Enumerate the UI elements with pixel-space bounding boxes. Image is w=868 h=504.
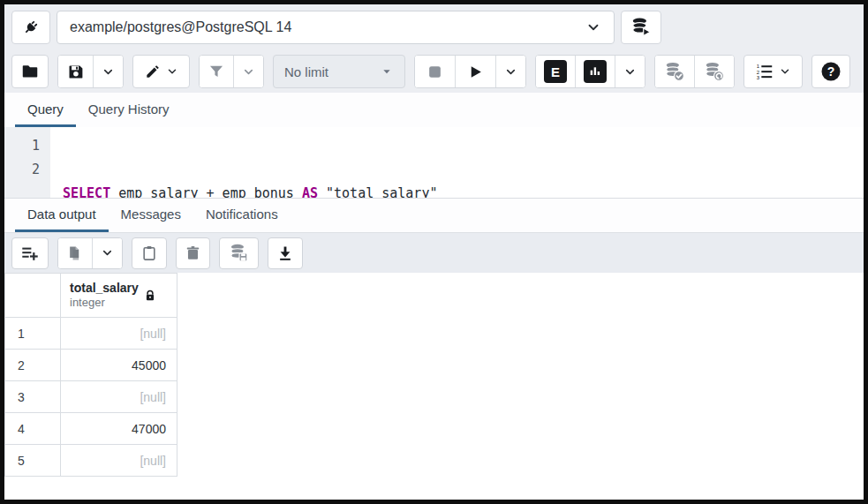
add-row-button[interactable] bbox=[11, 237, 49, 269]
save-data-button[interactable] bbox=[219, 237, 259, 269]
tab-data-output[interactable]: Data output bbox=[15, 199, 109, 232]
stop-icon bbox=[426, 64, 443, 80]
column-type: integer bbox=[70, 296, 139, 310]
new-connection-button[interactable] bbox=[621, 11, 661, 44]
paste-button[interactable] bbox=[132, 237, 167, 269]
svg-text:2: 2 bbox=[757, 70, 759, 75]
cell-total-salary[interactable]: 47000 bbox=[61, 413, 177, 445]
chevron-down-icon bbox=[101, 246, 114, 260]
open-file-button[interactable] bbox=[11, 55, 49, 88]
tab-query[interactable]: Query bbox=[15, 93, 76, 127]
delete-row-button[interactable] bbox=[176, 237, 210, 269]
output-tabbar: Data output Messages Notifications bbox=[4, 198, 864, 232]
connection-label: example/postgres@PostgreSQL 14 bbox=[70, 19, 585, 35]
commit-button[interactable] bbox=[655, 56, 695, 87]
line-number: 1 bbox=[4, 134, 40, 158]
save-button-group bbox=[57, 55, 124, 88]
tab-messages[interactable]: Messages bbox=[109, 199, 193, 232]
row-number[interactable]: 5 bbox=[5, 445, 61, 477]
row-number[interactable]: 4 bbox=[5, 413, 61, 445]
data-output-toolbar bbox=[4, 232, 864, 273]
line-number-gutter: 1 2 bbox=[4, 127, 50, 198]
connection-selector[interactable]: example/postgres@PostgreSQL 14 bbox=[57, 11, 615, 44]
transaction-button-group bbox=[654, 55, 735, 88]
connect-server-button[interactable] bbox=[11, 11, 50, 44]
filter-button-group bbox=[199, 55, 264, 88]
query-tool-window: example/postgres@PostgreSQL 14 bbox=[0, 0, 868, 504]
row-number[interactable]: 1 bbox=[5, 318, 61, 350]
add-row-icon bbox=[20, 244, 40, 263]
paste-icon bbox=[140, 244, 158, 262]
explain-button[interactable]: E bbox=[536, 56, 576, 87]
lock-icon bbox=[144, 290, 156, 302]
download-icon bbox=[276, 244, 294, 262]
open-file-icon bbox=[20, 62, 40, 81]
svg-text:3: 3 bbox=[757, 75, 760, 80]
tab-query-history[interactable]: Query History bbox=[76, 93, 182, 127]
filter-icon bbox=[208, 63, 225, 80]
row-number-header[interactable] bbox=[5, 274, 61, 318]
filter-button[interactable] bbox=[200, 56, 234, 87]
cell-total-salary[interactable]: [null] bbox=[61, 381, 177, 413]
cell-total-salary[interactable]: [null] bbox=[61, 445, 177, 477]
row-number[interactable]: 2 bbox=[5, 350, 61, 381]
table-row: 1 [null] bbox=[5, 318, 177, 350]
results-grid: total_salary integer 1 [null] 2 45000 bbox=[4, 273, 864, 500]
query-toolbar: No limit E bbox=[4, 50, 864, 93]
chevron-down-icon bbox=[102, 65, 115, 79]
sql-code[interactable]: SELECT emp_salary + emp_bonus AS "total_… bbox=[50, 127, 437, 198]
commit-icon bbox=[663, 60, 686, 83]
sql-editor[interactable]: 1 2 SELECT emp_salary + emp_bonus AS "to… bbox=[4, 127, 864, 198]
explain-analyze-button[interactable] bbox=[576, 56, 615, 87]
chevron-down-icon bbox=[242, 65, 255, 79]
row-limit-selector[interactable]: No limit bbox=[273, 55, 405, 88]
chevron-down-icon bbox=[585, 19, 601, 35]
edit-button[interactable] bbox=[132, 55, 190, 88]
execute-options-dropdown[interactable] bbox=[496, 56, 525, 87]
chevron-down-icon bbox=[504, 65, 517, 79]
explain-options-dropdown[interactable] bbox=[615, 56, 645, 87]
filter-options-dropdown[interactable] bbox=[234, 56, 263, 87]
save-file-button[interactable] bbox=[58, 56, 94, 87]
line-number: 2 bbox=[4, 158, 40, 182]
stop-button[interactable] bbox=[415, 56, 456, 87]
macros-icon: 123 bbox=[755, 62, 774, 81]
download-button[interactable] bbox=[268, 237, 303, 269]
table-header-row: total_salary integer bbox=[5, 274, 177, 318]
copy-button-group bbox=[57, 237, 123, 269]
cell-total-salary[interactable]: 45000 bbox=[61, 350, 177, 381]
editor-tabbar: Query Query History bbox=[4, 93, 864, 127]
copy-options-dropdown[interactable] bbox=[93, 238, 122, 268]
caret-down-icon bbox=[380, 64, 394, 79]
delete-row-icon bbox=[185, 244, 201, 261]
execute-icon bbox=[467, 64, 484, 80]
cell-total-salary[interactable]: [null] bbox=[61, 318, 177, 350]
row-number[interactable]: 3 bbox=[5, 381, 61, 413]
column-name: total_salary bbox=[70, 281, 139, 296]
chevron-down-icon bbox=[779, 65, 791, 78]
explain-icon: E bbox=[544, 60, 567, 83]
help-icon: ? bbox=[820, 61, 842, 82]
rollback-icon bbox=[703, 60, 726, 83]
table-row: 4 47000 bbox=[5, 413, 177, 445]
explain-button-group: E bbox=[535, 55, 645, 88]
edit-icon bbox=[144, 63, 162, 80]
explain-analyze-icon bbox=[584, 60, 607, 83]
execute-button[interactable] bbox=[456, 56, 496, 87]
execute-button-group bbox=[414, 55, 526, 88]
connection-bar: example/postgres@PostgreSQL 14 bbox=[4, 4, 864, 50]
connect-icon bbox=[20, 17, 42, 38]
rollback-button[interactable] bbox=[695, 56, 734, 87]
help-button[interactable]: ? bbox=[811, 55, 850, 88]
copy-icon bbox=[66, 244, 84, 262]
save-data-icon bbox=[228, 242, 250, 264]
tab-notifications[interactable]: Notifications bbox=[193, 199, 291, 232]
copy-button[interactable] bbox=[58, 238, 93, 268]
table-row: 3 [null] bbox=[5, 381, 177, 413]
save-options-dropdown[interactable] bbox=[94, 56, 123, 87]
database-icon bbox=[630, 16, 653, 39]
column-header-total-salary[interactable]: total_salary integer bbox=[61, 274, 177, 318]
chevron-down-icon bbox=[166, 65, 178, 78]
macros-button[interactable]: 123 bbox=[743, 55, 803, 88]
table-row: 2 45000 bbox=[5, 350, 177, 381]
